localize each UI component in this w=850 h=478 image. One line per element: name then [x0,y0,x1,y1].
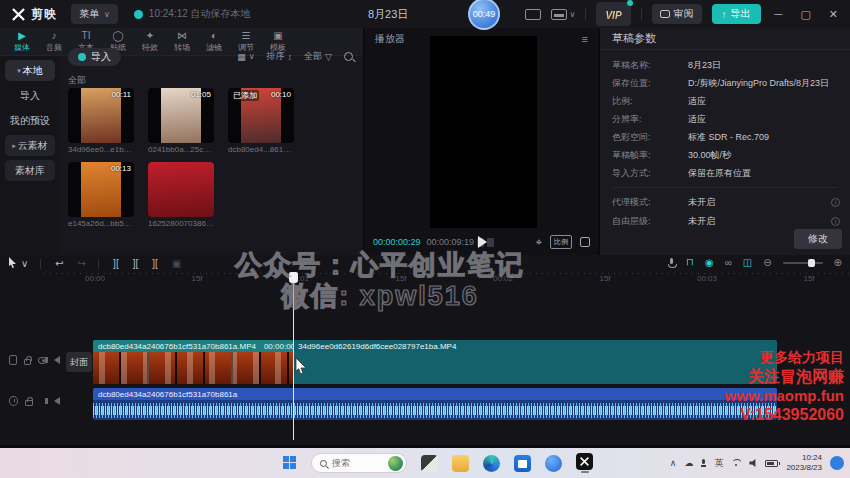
auto-snap-icon[interactable]: ◉ [705,257,714,268]
zoom-out-icon[interactable]: ⊖ [763,257,771,268]
microsoft-store-button[interactable] [514,455,531,472]
duration-label: 01:05 [191,90,211,99]
link-icon[interactable]: ∞ [725,257,732,268]
file-explorer-button[interactable] [452,455,469,472]
video-clip-2[interactable]: 34d96ee0d62619d6df6cee028797e1ba.MP4 [293,340,777,384]
cloud-icon[interactable]: ☁ [684,458,693,468]
filter-button[interactable]: 全部 ▽ [304,50,332,63]
magnet-icon[interactable]: ⊔ [686,257,694,268]
ratio-button[interactable]: 比例 [550,235,572,249]
wifi-icon[interactable] [731,459,741,467]
undo-icon[interactable]: ↩ [55,258,63,269]
media-filename: 0241bb0a...25ca.MP4 [148,145,214,154]
param-value: 标准 SDR - Rec.709 [688,131,769,144]
mute-icon[interactable] [54,397,60,405]
clip-filename: dcb80ed434a240676b1cf531a70b861a.MP4 [98,342,256,351]
layout-compact-icon[interactable] [525,9,541,20]
param-value: 未开启 [688,215,715,228]
divider [585,8,586,20]
zoom-slider-knob[interactable] [808,259,815,267]
select-tool-icon[interactable] [8,257,17,270]
trim-left-icon[interactable]: ][ [133,258,139,269]
fit-preview-icon[interactable]: ⌖ [536,236,542,249]
delete-icon[interactable]: ▣ [172,258,181,269]
trim-right-icon[interactable]: ][ [152,258,158,269]
maximize-button[interactable]: ▢ [796,8,814,21]
lock-icon[interactable] [24,359,31,365]
battery-icon[interactable] [765,460,778,467]
video-preview[interactable] [430,36,537,228]
player-menu-icon[interactable]: ≡ [582,33,588,45]
modify-button[interactable]: 修改 [794,229,842,249]
zoom-in-icon[interactable]: ⊕ [834,257,842,268]
main-track-icon[interactable] [9,355,17,365]
player-title: 播放器 [375,32,405,46]
sidebar-item[interactable]: 导入 [5,85,55,106]
media-item[interactable]: 已添加 00:10 dcb80ed4...861a.MP4 [228,88,294,154]
resource-tab[interactable]: ◐ 滤镜 [198,30,230,53]
resource-tab[interactable]: ✦ 特效 [134,30,166,53]
sidebar-item[interactable]: ▾ 本地 [5,60,55,81]
tray-mic-icon[interactable] [701,459,706,467]
cover-button[interactable]: 封面 [66,352,92,372]
preview-axis-icon[interactable]: ◫ [743,257,752,268]
search-icon[interactable] [344,52,353,61]
info-icon[interactable]: i [831,198,840,207]
taskbar-clock[interactable]: 10:24 2023/8/23 [786,453,822,473]
resource-tab[interactable]: ♪ 音频 [38,30,70,53]
video-clip-1[interactable]: dcb80ed434a240676b1cf531a70b861a.MP4 00:… [93,340,293,384]
sidebar-item[interactable]: 素材库 [5,160,55,181]
edge-browser-button[interactable] [483,455,500,472]
sidebar-item[interactable]: ▸ 云素材 [5,135,55,156]
playhead-handle[interactable] [289,272,298,283]
minimize-button[interactable]: ─ [771,8,787,20]
mute-icon[interactable] [54,356,60,364]
browser-app-button[interactable] [545,455,562,472]
lock-icon[interactable] [25,400,33,406]
notification-badge[interactable] [830,456,844,470]
jianying-app-button[interactable] [576,453,593,473]
media-item[interactable]: 00:11 34d96ee0...e1ba.MP4 [68,88,134,154]
timeline-zoom-slider[interactable] [783,262,823,264]
resource-tab[interactable]: ⋈ 转场 [166,30,198,53]
tray-chevron-icon[interactable]: ∧ [670,458,677,468]
audio-track-icon[interactable] [9,396,18,406]
chevron-down-icon[interactable]: ∨ [21,258,28,269]
info-icon[interactable]: i [831,217,840,226]
export-button[interactable]: ↑ 导出 [712,4,761,24]
media-item[interactable]: 1625280070386.jpeg [148,162,214,228]
search-icon [320,460,327,467]
sidebar-item[interactable]: 我的预设 [5,110,55,131]
record-mic-icon[interactable] [668,258,675,268]
next-frame-icon[interactable] [487,238,494,247]
volume-icon[interactable] [749,459,757,467]
fullscreen-icon[interactable] [580,237,590,247]
clip-filename: dcb80ed434a240676b1cf531a70b861a [98,390,237,399]
view-mode-button[interactable]: ▦ ∨ [237,52,254,62]
media-item[interactable]: 01:05 0241bb0a...25ca.MP4 [148,88,214,154]
sidebar-item-label: 素材库 [15,164,45,178]
start-button[interactable] [283,456,297,470]
search-input[interactable] [332,458,372,468]
vip-badge[interactable]: VIP [596,2,630,26]
taskbar-search[interactable] [311,453,407,473]
split-icon[interactable]: ][ [113,258,119,269]
resource-tab[interactable]: ▶ 媒体 [6,30,38,53]
redo-icon[interactable]: ↪ [78,258,86,269]
current-timecode: 00:00:00:29 [373,237,421,247]
ime-indicator[interactable]: 英 [714,457,723,470]
audio-clip[interactable]: dcb80ed434a240676b1cf531a70b861a [93,388,777,420]
task-view-button[interactable] [421,455,438,472]
playhead-line[interactable] [293,272,294,440]
timeline-ruler[interactable]: 00:0015f00:0115f00:0215f00:0315f [0,272,850,284]
layout-switch-button[interactable]: ∨ [551,9,576,20]
menu-button[interactable]: 菜单 ∨ [71,4,118,24]
import-button[interactable]: 导入 [68,48,121,66]
review-button[interactable]: 审阅 [652,4,702,24]
media-item[interactable]: 00:13 e145a26d...bb52.MP4 [68,162,134,228]
sort-button[interactable]: 排序 ↕ [267,50,293,63]
close-button[interactable]: ✕ [825,8,842,21]
play-button[interactable] [478,236,487,248]
divider [40,259,41,269]
ruler-label: 00:00 [44,274,146,283]
